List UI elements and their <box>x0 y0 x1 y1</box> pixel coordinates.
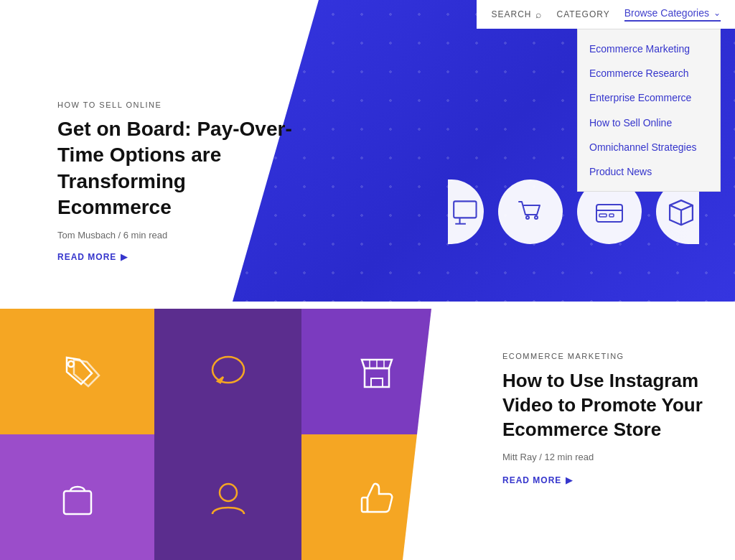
grid-cell-tags <box>0 309 154 434</box>
hero-icon-cart <box>498 179 563 244</box>
second-read-more-label: READ MORE <box>502 475 561 485</box>
svg-point-20 <box>220 484 237 501</box>
header-nav: SEARCH ⌕ CATEGORY Browse Categories ⌄ <box>477 0 735 29</box>
categories-dropdown: Ecommerce Marketing Ecommerce Research E… <box>577 29 721 192</box>
box-icon <box>663 194 699 230</box>
grid-cell-chat <box>154 309 301 434</box>
hero-icon-partial-left <box>448 179 484 244</box>
grid-cell-user <box>154 434 301 560</box>
search-icon: ⌕ <box>535 9 542 20</box>
hero-article-category: HOW TO SELL ONLINE <box>57 101 301 109</box>
second-article-title: How to Use Instagram Video to Promote Yo… <box>502 369 706 442</box>
svg-point-13 <box>212 357 244 383</box>
second-article-category: ECOMMERCE MARKETING <box>502 352 706 360</box>
search-button[interactable]: SEARCH ⌕ <box>491 9 542 20</box>
thumbs-up-icon <box>352 472 402 523</box>
color-grid <box>0 309 452 560</box>
svg-rect-7 <box>599 214 607 217</box>
browse-categories-label: Browse Categories <box>624 7 709 19</box>
hero-article-title: Get on Board: Pay-Over-Time Options are … <box>57 116 301 221</box>
svg-point-3 <box>526 216 529 219</box>
tags-icon <box>52 347 103 397</box>
user-icon <box>203 472 253 523</box>
hero-article-read-time: 6 min read <box>123 230 167 241</box>
dropdown-item-ecommerce-marketing[interactable]: Ecommerce Marketing <box>578 37 720 61</box>
svg-rect-0 <box>454 201 476 218</box>
monitor-partial-icon <box>451 195 484 228</box>
svg-line-9 <box>670 205 681 210</box>
svg-point-4 <box>535 216 538 219</box>
second-article: ECOMMERCE MARKETING How to Use Instagram… <box>459 309 735 560</box>
second-article-separator: / <box>539 452 544 462</box>
grid-cell-thumbsup <box>301 434 452 560</box>
hero-read-more-label: READ MORE <box>57 252 116 262</box>
credit-card-icon <box>594 196 625 228</box>
svg-rect-21 <box>362 498 368 512</box>
chat-icon <box>203 347 253 397</box>
grid-cell-bag <box>0 434 154 560</box>
dropdown-item-omnichannel[interactable]: Omnichannel Strategies <box>578 135 720 159</box>
second-article-meta: Mitt Ray / 12 min read <box>502 452 706 462</box>
hero-article-separator: / <box>118 230 123 241</box>
category-label: CATEGORY <box>556 9 609 19</box>
hero-article-author: Tom Musbach <box>57 230 116 241</box>
second-read-more-link[interactable]: READ MORE ▶ <box>502 475 706 485</box>
svg-rect-19 <box>64 491 91 514</box>
second-arrow-right-icon: ▶ <box>566 475 573 485</box>
color-grid-wrapper <box>0 309 459 560</box>
chevron-down-icon: ⌄ <box>713 8 721 18</box>
hero-article: HOW TO SELL ONLINE Get on Board: Pay-Ove… <box>57 101 301 262</box>
arrow-right-icon: ▶ <box>121 252 128 262</box>
dropdown-item-product-news[interactable]: Product News <box>578 159 720 184</box>
hero-article-meta: Tom Musbach / 6 min read <box>57 230 301 241</box>
svg-rect-18 <box>371 378 383 387</box>
second-article-author: Mitt Ray <box>502 452 537 462</box>
second-section: ECOMMERCE MARKETING How to Use Instagram… <box>0 309 735 560</box>
grid-cell-store <box>301 309 452 434</box>
dropdown-item-how-to-sell[interactable]: How to Sell Online <box>578 111 720 135</box>
browse-categories-button[interactable]: Browse Categories ⌄ <box>624 7 721 22</box>
svg-rect-8 <box>609 214 614 217</box>
store-icon <box>352 347 402 397</box>
svg-line-10 <box>681 205 693 210</box>
dropdown-item-enterprise-ecommerce[interactable]: Enterprise Ecommerce <box>578 85 720 110</box>
search-label: SEARCH <box>491 9 531 19</box>
cart-icon <box>515 196 546 228</box>
svg-rect-5 <box>596 205 622 222</box>
second-article-read-time: 12 min read <box>545 452 594 462</box>
hero-read-more-link[interactable]: READ MORE ▶ <box>57 252 301 262</box>
shopping-bag-icon <box>52 472 103 523</box>
dropdown-item-ecommerce-research[interactable]: Ecommerce Research <box>578 61 720 85</box>
